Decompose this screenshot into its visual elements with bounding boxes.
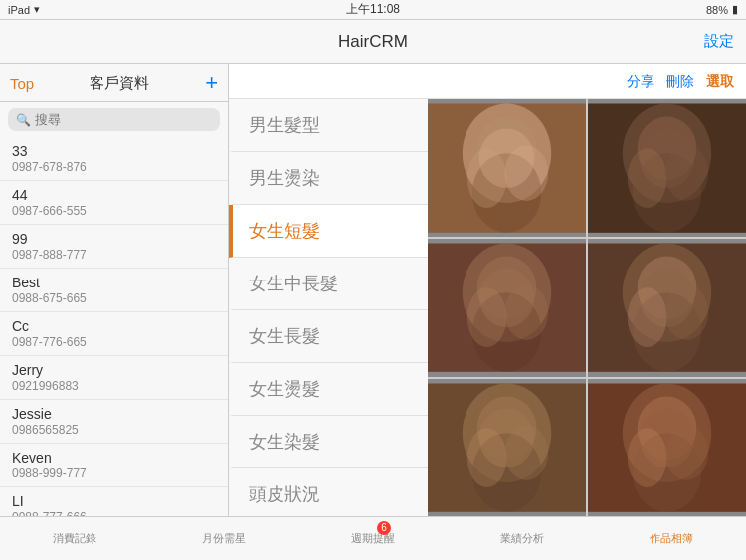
- ipad-label: iPad: [8, 4, 30, 16]
- photo-grid: [428, 99, 746, 516]
- contact-name: Best: [12, 275, 216, 290]
- delete-button[interactable]: 刪除: [666, 73, 694, 91]
- svg-point-30: [628, 288, 667, 348]
- svg-point-15: [665, 145, 709, 201]
- svg-point-38: [467, 428, 507, 487]
- contact-phone: 0987-678-876: [12, 160, 216, 174]
- contact-phone: 0988-777-666: [12, 510, 216, 516]
- contact-phone: 0986565825: [12, 423, 216, 437]
- tab-item-作品相簿[interactable]: 作品相簿: [597, 517, 746, 560]
- contact-name: Cc: [12, 318, 216, 334]
- contact-name: Jerry: [12, 362, 216, 378]
- search-bar: 🔍: [8, 108, 220, 131]
- svg-point-14: [628, 148, 667, 208]
- category-item[interactable]: 男生燙染: [229, 152, 428, 205]
- contact-item[interactable]: Best 0988-675-665: [0, 269, 228, 312]
- tab-label: 消費記錄: [53, 531, 96, 546]
- status-bar: iPad ▾ 上午11:08 88% ▮: [0, 0, 746, 20]
- contact-item[interactable]: LI 0988-777-666: [0, 487, 228, 516]
- tab-item-消費記錄[interactable]: 消費記錄: [0, 517, 149, 560]
- contact-item[interactable]: 44 0987-666-555: [0, 181, 228, 225]
- status-left: iPad ▾: [8, 3, 40, 16]
- add-contact-button[interactable]: +: [205, 72, 218, 93]
- category-item[interactable]: 女生長髮: [229, 310, 428, 363]
- photo-cell[interactable]: [428, 379, 586, 516]
- photo-cell[interactable]: [428, 239, 586, 376]
- contact-phone: 0987-776-665: [12, 335, 216, 349]
- contact-item[interactable]: Jerry 0921996883: [0, 356, 228, 400]
- contact-name: 33: [12, 143, 216, 159]
- content-area: 分享 刪除 選取 男生髮型男生燙染女生短髮女生中長髮女生長髮女生燙髮女生染髮頭皮…: [229, 64, 746, 516]
- contact-item[interactable]: Cc 0987-776-665: [0, 312, 228, 356]
- search-icon: 🔍: [16, 113, 31, 127]
- tab-item-業績分析[interactable]: 業績分析: [448, 517, 597, 560]
- category-item[interactable]: 女生燙髮: [229, 363, 428, 416]
- contact-name: 99: [12, 231, 216, 247]
- category-list: 男生髮型男生燙染女生短髮女生中長髮女生長髮女生燙髮女生染髮頭皮狀況: [229, 99, 428, 516]
- svg-point-7: [505, 145, 549, 201]
- contact-phone: 0988-999-777: [12, 467, 216, 480]
- sidebar: Top 客戶資料 + 🔍 33 0987-678-876 44 0987-666…: [0, 64, 229, 516]
- category-item[interactable]: 男生髮型: [229, 99, 428, 152]
- tab-item-月份需星[interactable]: 月份需星: [149, 517, 298, 560]
- app-title: HairCRM: [338, 32, 408, 52]
- contact-name: 44: [12, 187, 216, 203]
- contact-phone: 0921996883: [12, 379, 216, 393]
- battery-icon: ▮: [732, 3, 738, 16]
- share-button[interactable]: 分享: [627, 73, 654, 91]
- svg-point-31: [665, 285, 709, 341]
- svg-point-46: [628, 428, 667, 487]
- contact-phone: 0987-666-555: [12, 204, 216, 218]
- contact-name: Keven: [12, 450, 216, 466]
- tab-label: 作品相簿: [650, 531, 693, 546]
- main-layout: Top 客戶資料 + 🔍 33 0987-678-876 44 0987-666…: [0, 64, 746, 516]
- contact-name: LI: [12, 493, 216, 509]
- svg-point-39: [505, 425, 549, 480]
- settings-button[interactable]: 設定: [704, 32, 734, 51]
- sidebar-header: Top 客戶資料 +: [0, 64, 228, 102]
- category-item[interactable]: 女生中長髮: [229, 258, 428, 310]
- contact-item[interactable]: 33 0987-678-876: [0, 137, 228, 181]
- tab-item-週期提醒[interactable]: 6週期提醒: [298, 517, 448, 560]
- tab-bar: 消費記錄月份需星6週期提醒業績分析作品相簿: [0, 516, 746, 560]
- category-item[interactable]: 女生染髮: [229, 416, 428, 468]
- category-item[interactable]: 女生短髮: [229, 205, 428, 258]
- category-item[interactable]: 頭皮狀況: [229, 468, 428, 516]
- contact-item[interactable]: Keven 0988-999-777: [0, 444, 228, 487]
- svg-point-6: [467, 148, 507, 208]
- photo-cell[interactable]: [588, 239, 746, 376]
- top-link[interactable]: Top: [10, 75, 34, 92]
- content-toolbar: 分享 刪除 選取: [229, 64, 746, 99]
- photo-cell[interactable]: [588, 99, 746, 237]
- contact-name: Jessie: [12, 406, 216, 422]
- categories-photos: 男生髮型男生燙染女生短髮女生中長髮女生長髮女生燙髮女生染髮頭皮狀況: [229, 99, 746, 516]
- status-right: 88% ▮: [706, 3, 738, 16]
- battery-label: 88%: [706, 4, 728, 16]
- sidebar-title: 客戶資料: [42, 74, 197, 93]
- contact-list: 33 0987-678-876 44 0987-666-555 99 0987-…: [0, 137, 228, 516]
- tab-label: 業績分析: [500, 531, 544, 546]
- search-input[interactable]: [35, 112, 212, 127]
- status-time: 上午11:08: [346, 1, 400, 18]
- tab-label: 月份需星: [202, 531, 246, 546]
- svg-point-23: [505, 285, 549, 341]
- svg-point-22: [467, 288, 507, 348]
- contact-phone: 0987-888-777: [12, 248, 216, 262]
- photo-cell[interactable]: [588, 379, 746, 516]
- contact-item[interactable]: Jessie 0986565825: [0, 400, 228, 444]
- select-button[interactable]: 選取: [706, 73, 734, 91]
- photo-cell[interactable]: [428, 99, 586, 237]
- app-header: HairCRM 設定: [0, 20, 746, 64]
- svg-point-47: [665, 425, 709, 480]
- contact-phone: 0988-675-665: [12, 291, 216, 305]
- contact-item[interactable]: 99 0987-888-777: [0, 225, 228, 269]
- tab-badge: 6: [377, 521, 391, 535]
- wifi-icon: ▾: [34, 3, 40, 16]
